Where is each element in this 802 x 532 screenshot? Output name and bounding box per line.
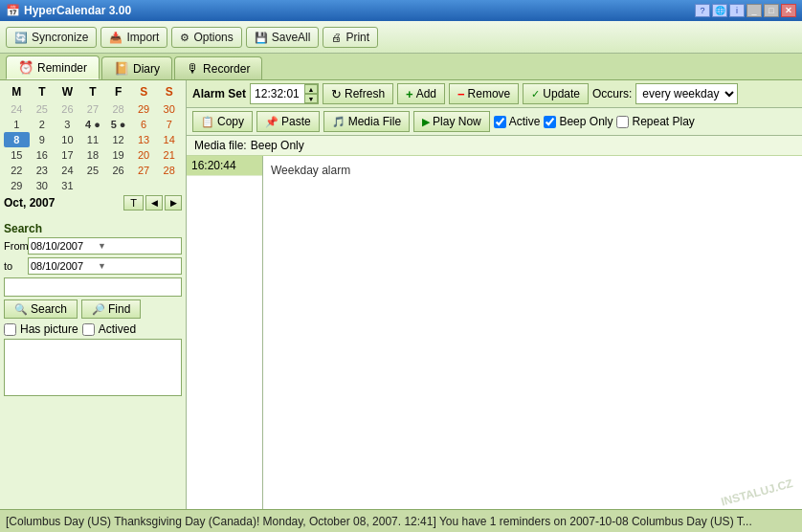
to-date-dropdown[interactable]: ▼ bbox=[98, 261, 106, 271]
cal-cell[interactable]: 24 bbox=[4, 101, 30, 117]
occurs-select[interactable]: every weekday every day once every week … bbox=[635, 83, 738, 104]
note-area[interactable]: Weekday alarm bbox=[263, 156, 802, 509]
search-label: Search bbox=[4, 222, 182, 235]
cal-cell[interactable]: 10 bbox=[55, 132, 80, 147]
from-date-input[interactable]: ▼ bbox=[28, 237, 182, 255]
cal-cell[interactable]: 16 bbox=[30, 147, 56, 163]
help-btn[interactable]: ? bbox=[695, 4, 710, 17]
cal-cell[interactable]: 26 bbox=[105, 163, 131, 178]
repeat-play-label: Repeat Play bbox=[632, 115, 694, 128]
cal-cell[interactable]: 3 bbox=[55, 117, 80, 132]
remove-button[interactable]: Remove bbox=[449, 83, 519, 104]
cal-cell[interactable]: 15 bbox=[4, 147, 30, 163]
cal-cell[interactable]: 14 bbox=[156, 132, 182, 147]
content-area: 16:20:44 Weekday alarm bbox=[187, 156, 802, 509]
media-file-button[interactable]: Media File bbox=[323, 111, 410, 132]
cal-cell[interactable]: 25 bbox=[30, 101, 56, 117]
time-value: 16:20:44 bbox=[191, 159, 236, 172]
cal-cell[interactable]: 19 bbox=[105, 147, 131, 163]
next-month-button[interactable]: ▶ bbox=[165, 195, 182, 211]
find-button[interactable]: Find bbox=[81, 299, 141, 319]
media-info-row: Media file: Beep Only bbox=[187, 136, 802, 156]
cal-cell[interactable]: 26 bbox=[55, 101, 80, 117]
import-button[interactable]: Import bbox=[100, 27, 167, 48]
cal-cell[interactable]: 9 bbox=[30, 132, 56, 147]
beep-only-checkbox[interactable] bbox=[544, 116, 556, 128]
saveall-button[interactable]: SaveAll bbox=[246, 27, 320, 48]
repeat-play-checkbox[interactable] bbox=[616, 116, 629, 128]
cal-cell[interactable]: 24 bbox=[55, 163, 80, 178]
tab-reminder[interactable]: Reminder bbox=[6, 55, 100, 79]
alarm-time-input[interactable]: ▲ ▼ bbox=[250, 83, 319, 104]
cal-cell-today[interactable]: 8 bbox=[4, 132, 30, 147]
statusbar: [Columbus Day (US) Thanksgiving Day (Can… bbox=[0, 509, 802, 532]
options-button[interactable]: Options bbox=[171, 27, 241, 48]
search-text-field[interactable] bbox=[4, 277, 182, 297]
cal-cell[interactable]: 29 bbox=[131, 101, 157, 117]
paste-button[interactable]: Paste bbox=[256, 111, 320, 132]
cal-cell[interactable]: 6 bbox=[131, 117, 157, 132]
saveall-icon bbox=[255, 31, 268, 44]
cal-cell[interactable]: 12 bbox=[105, 132, 131, 147]
cal-cell[interactable]: 28 bbox=[156, 163, 182, 178]
cal-cell[interactable]: 31 bbox=[55, 178, 80, 193]
cal-cell bbox=[156, 178, 182, 193]
cal-cell bbox=[131, 178, 157, 193]
alarm-time-field[interactable] bbox=[251, 87, 304, 100]
refresh-button[interactable]: Refresh bbox=[323, 83, 393, 104]
beep-only-check: Beep Only bbox=[544, 115, 613, 128]
time-list: 16:20:44 bbox=[187, 156, 263, 509]
cal-cell[interactable]: 7 bbox=[156, 117, 182, 132]
to-label: to bbox=[4, 260, 25, 272]
prev-month-button[interactable]: ◀ bbox=[145, 195, 163, 211]
time-down-button[interactable]: ▼ bbox=[304, 94, 318, 103]
has-picture-checkbox[interactable] bbox=[4, 323, 16, 336]
update-button[interactable]: Update bbox=[523, 83, 589, 104]
copy-icon bbox=[201, 115, 214, 128]
cal-cell[interactable]: 28 bbox=[105, 101, 131, 117]
copy-button[interactable]: Copy bbox=[192, 111, 253, 132]
cal-cell[interactable]: 30 bbox=[30, 178, 56, 193]
time-up-button[interactable]: ▲ bbox=[304, 84, 318, 94]
to-date-field[interactable] bbox=[31, 260, 98, 272]
cal-cell[interactable]: 23 bbox=[30, 163, 56, 178]
media-icon bbox=[332, 115, 345, 128]
from-date-field[interactable] bbox=[31, 240, 98, 252]
tab-recorder[interactable]: Recorder bbox=[174, 56, 262, 79]
tab-diary[interactable]: Diary bbox=[101, 56, 172, 79]
cal-cell[interactable]: 18 bbox=[80, 147, 106, 163]
search-button[interactable]: Search bbox=[4, 299, 78, 319]
web-btn[interactable]: 🌐 bbox=[712, 4, 727, 17]
print-button[interactable]: Print bbox=[323, 27, 378, 48]
active-checkbox[interactable] bbox=[494, 116, 506, 128]
cal-cell[interactable]: 30 bbox=[156, 101, 182, 117]
cal-cell[interactable]: 25 bbox=[80, 163, 106, 178]
time-entry[interactable]: 16:20:44 bbox=[187, 156, 262, 176]
play-now-button[interactable]: Play Now bbox=[413, 111, 490, 132]
syncronize-button[interactable]: Syncronize bbox=[6, 27, 97, 48]
today-button[interactable]: T bbox=[123, 195, 144, 211]
search-buttons: Search Find bbox=[4, 299, 182, 319]
close-btn[interactable]: ✕ bbox=[781, 4, 796, 17]
cal-cell[interactable]: 21 bbox=[156, 147, 182, 163]
from-date-dropdown[interactable]: ▼ bbox=[98, 241, 106, 251]
cal-cell[interactable]: 2 bbox=[30, 117, 56, 132]
tabbar: Reminder Diary Recorder bbox=[0, 54, 802, 80]
cal-cell[interactable]: 17 bbox=[55, 147, 80, 163]
cal-cell[interactable]: 1 bbox=[4, 117, 30, 132]
cal-cell[interactable]: 13 bbox=[131, 132, 157, 147]
actived-checkbox[interactable] bbox=[82, 323, 95, 336]
minimize-btn[interactable]: _ bbox=[746, 4, 762, 17]
cal-cell[interactable]: 11 bbox=[80, 132, 106, 147]
add-button[interactable]: Add bbox=[397, 83, 445, 104]
maximize-btn[interactable]: □ bbox=[764, 4, 779, 17]
to-date-input[interactable]: ▼ bbox=[28, 257, 182, 275]
info-btn[interactable]: i bbox=[729, 4, 745, 17]
cal-cell[interactable]: 5 ● bbox=[105, 117, 131, 132]
cal-cell[interactable]: 22 bbox=[4, 163, 30, 178]
cal-cell[interactable]: 4 ● bbox=[80, 117, 106, 132]
cal-cell[interactable]: 29 bbox=[4, 178, 30, 193]
cal-cell[interactable]: 27 bbox=[80, 101, 106, 117]
cal-cell[interactable]: 20 bbox=[131, 147, 157, 163]
cal-cell[interactable]: 27 bbox=[131, 163, 157, 178]
